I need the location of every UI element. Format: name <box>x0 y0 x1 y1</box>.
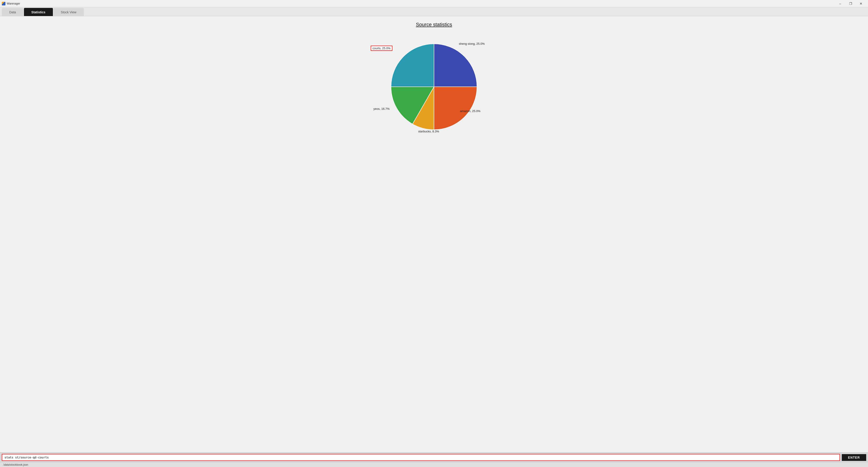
label-courts: courts, 25.0% <box>371 46 393 51</box>
enter-button[interactable]: ENTER <box>842 454 866 461</box>
command-input[interactable] <box>2 454 840 461</box>
label-starbucks: starbucks, 8.3% <box>418 130 439 133</box>
main-content: Source statistics courts, 25.0% sheng si… <box>0 16 868 462</box>
minimize-button[interactable]: – <box>835 0 845 7</box>
app-title: Warenager <box>7 2 20 5</box>
restore-button[interactable]: ❐ <box>845 0 856 7</box>
label-sheng-siong: sheng siong, 25.0% <box>459 42 485 45</box>
tab-stockview[interactable]: Stock View <box>53 8 84 16</box>
status-bar: .\data\stockbook.json <box>0 462 868 467</box>
title-bar: Warenager – ❐ ✕ <box>0 0 868 7</box>
chart-title: Source statistics <box>416 22 452 28</box>
label-amazon: amazon, 25.0% <box>460 109 480 113</box>
chart-area: courts, 25.0% sheng siong, 25.0% amazon,… <box>380 35 488 139</box>
tab-bar: Data Statistics Stock View <box>0 7 868 16</box>
tab-data[interactable]: Data <box>2 8 24 16</box>
pie-chart-svg <box>380 35 488 139</box>
app-icon <box>2 2 5 5</box>
close-button[interactable]: ✕ <box>856 0 866 7</box>
title-bar-left: Warenager <box>2 2 20 5</box>
title-bar-controls: – ❐ ✕ <box>835 0 866 7</box>
tab-statistics[interactable]: Statistics <box>24 8 53 16</box>
label-yeos: yeos, 16.7% <box>373 107 390 110</box>
status-text: .\data\stockbook.json <box>3 463 28 466</box>
command-bar: ENTER <box>0 452 868 462</box>
